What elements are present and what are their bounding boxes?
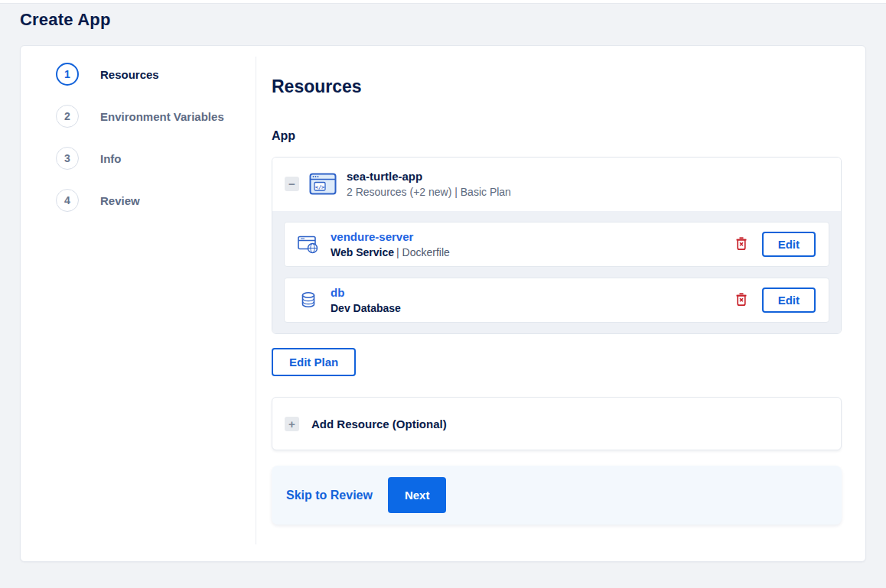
step-resources[interactable]: 1 Resources <box>56 63 256 86</box>
app-name: sea-turtle-app <box>347 170 511 183</box>
step-label: Review <box>100 194 140 207</box>
edit-plan-button[interactable]: Edit Plan <box>272 348 356 376</box>
svg-text:</>: </> <box>315 184 325 190</box>
resource-list: vendure-server Web Service| Dockerfile <box>272 211 841 333</box>
delete-resource-button[interactable] <box>732 233 751 256</box>
plus-icon: + <box>285 417 299 431</box>
resource-name-link[interactable]: vendure-server <box>331 230 450 243</box>
step-info[interactable]: 3 Info <box>56 147 256 170</box>
resource-identity: db Dev Database <box>331 286 403 314</box>
step-number-badge: 3 <box>56 147 79 170</box>
app-section-label: App <box>272 129 842 143</box>
step-content-panel: Resources App − </> sea-turtle-app 2 <box>256 46 865 561</box>
content-heading: Resources <box>272 76 842 97</box>
trash-icon <box>735 292 748 309</box>
app-card-header: − </> sea-turtle-app 2 Resources (+2 new… <box>272 158 841 211</box>
resource-type: Dev Database <box>331 302 401 314</box>
wizard-stepper: 1 Resources 2 Environment Variables 3 In… <box>21 57 256 544</box>
resource-subtitle: Web Service| Dockerfile <box>331 246 450 258</box>
create-app-card: 1 Resources 2 Environment Variables 3 In… <box>20 45 866 562</box>
step-number-badge: 2 <box>56 105 79 128</box>
add-resource-label: Add Resource (Optional) <box>311 417 447 430</box>
resource-row-vendure-server: vendure-server Web Service| Dockerfile <box>284 222 829 267</box>
step-number-badge: 1 <box>56 63 79 86</box>
next-button[interactable]: Next <box>388 477 447 513</box>
add-resource-button[interactable]: + Add Resource (Optional) <box>272 397 842 450</box>
step-review[interactable]: 4 Review <box>56 189 256 212</box>
app-resources-card: − </> sea-turtle-app 2 Resources (+2 new… <box>272 157 842 334</box>
step-environment-variables[interactable]: 2 Environment Variables <box>56 105 256 128</box>
app-summary: 2 Resources (+2 new) | Basic Plan <box>347 186 511 198</box>
step-label: Resources <box>100 68 159 81</box>
edit-resource-button[interactable]: Edit <box>762 288 816 313</box>
resource-name-link[interactable]: db <box>331 286 403 299</box>
collapse-app-button[interactable]: − <box>285 177 299 191</box>
resource-row-db: db Dev Database <box>284 278 829 323</box>
step-number-badge: 4 <box>56 189 79 212</box>
resource-subtitle: Dev Database <box>331 302 403 314</box>
delete-resource-button[interactable] <box>732 289 751 312</box>
database-icon <box>298 291 319 310</box>
web-service-icon <box>298 236 319 254</box>
wizard-footer: Skip to Review Next <box>272 466 842 525</box>
edit-resource-button[interactable]: Edit <box>762 232 816 257</box>
skip-to-review-link[interactable]: Skip to Review <box>286 489 373 502</box>
resource-detail: | Dockerfile <box>396 246 450 258</box>
resource-identity: vendure-server Web Service| Dockerfile <box>331 230 450 258</box>
top-border-strip <box>0 0 886 4</box>
resource-type: Web Service <box>331 246 394 258</box>
app-identity: sea-turtle-app 2 Resources (+2 new) | Ba… <box>347 170 511 198</box>
step-label: Info <box>100 152 122 165</box>
step-label: Environment Variables <box>100 110 224 123</box>
trash-icon <box>735 236 748 253</box>
app-window-code-icon: </> <box>309 173 337 195</box>
page-title: Create App <box>20 9 886 31</box>
